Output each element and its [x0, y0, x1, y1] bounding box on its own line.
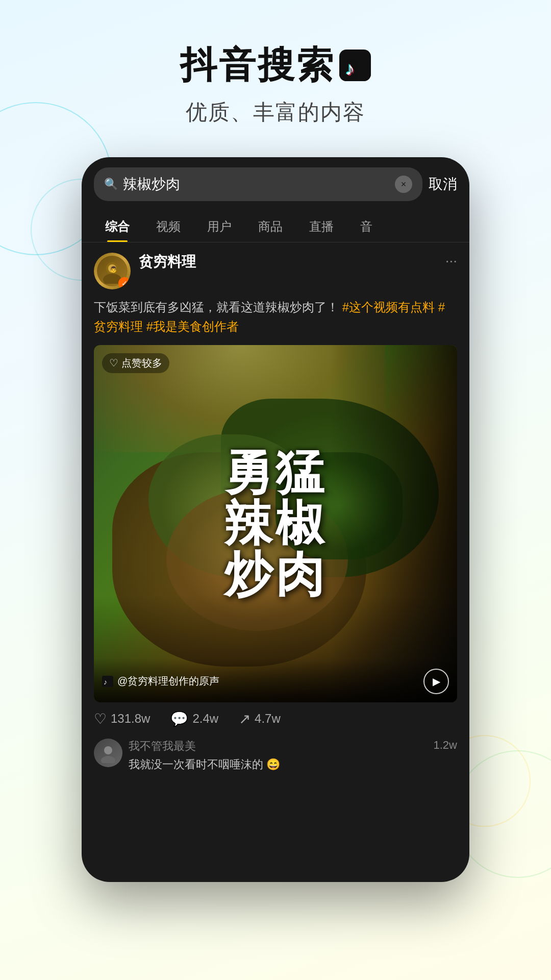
share-icon: ↗: [239, 710, 251, 727]
more-options-icon[interactable]: ···: [445, 253, 457, 269]
app-subtitle: 优质、丰富的内容: [0, 98, 551, 127]
play-icon: ▶: [433, 675, 440, 688]
engagement-stats: ♡ 131.8w 💬 2.4w ↗ 4.7w: [94, 702, 457, 733]
svg-text:👨: 👨: [110, 265, 117, 273]
result-user-card: 👨 ✓ 贫穷料理 ···: [94, 253, 457, 289]
comments-count: 2.4w: [192, 712, 218, 726]
video-title-overlay: 勇猛辣椒炒肉: [94, 345, 457, 702]
clear-icon-symbol: ×: [401, 179, 407, 190]
video-title-cn: 勇猛辣椒炒肉: [224, 447, 327, 600]
app-title: 抖音搜索 ♪ ♪ ♪: [0, 41, 551, 90]
phone-mockup: 🔍 辣椒炒肉 × 取消 综合 视频 用户 商品 直播: [0, 157, 551, 882]
search-results: 👨 ✓ 贫穷料理 ··· 下饭菜到底有多凶猛，就看这道辣椒炒肉了！ #这个视频有…: [82, 242, 469, 773]
shares-stat: ↗ 4.7w: [239, 710, 281, 727]
tab-视频[interactable]: 视频: [143, 211, 194, 242]
likes-stat: ♡ 131.8w: [94, 710, 150, 727]
comment-preview: 我不管我最美 我就没一次看时不咽唾沫的 😄 1.2w: [94, 733, 457, 773]
audio-info: ♪ @贫穷料理创作的原声: [102, 674, 219, 688]
user-info: 贫穷料理: [139, 253, 196, 271]
user-avatar: 👨 ✓: [94, 253, 131, 289]
svg-text:♪: ♪: [345, 58, 357, 79]
shares-count: 4.7w: [255, 712, 281, 726]
likes-count: 131.8w: [111, 712, 150, 726]
user-name: 贫穷料理: [139, 253, 196, 271]
tab-直播[interactable]: 直播: [296, 211, 347, 242]
clear-search-button[interactable]: ×: [395, 176, 412, 193]
search-icon: 🔍: [104, 178, 118, 191]
search-bar: 🔍 辣椒炒肉 × 取消: [82, 157, 469, 211]
comment-count: 1.2w: [434, 739, 457, 752]
svg-point-11: [101, 756, 115, 763]
play-button[interactable]: ▶: [423, 669, 449, 694]
svg-point-10: [104, 746, 112, 754]
svg-text:♪: ♪: [104, 678, 107, 686]
comment-text: 我就没一次看时不咽唾沫的 😄: [129, 756, 428, 773]
comment-icon: 💬: [170, 710, 188, 727]
tab-综合[interactable]: 综合: [92, 211, 143, 242]
video-bottom-bar: ♪ @贫穷料理创作的原声 ▶: [94, 658, 457, 702]
post-text: 下饭菜到底有多凶猛，就看这道辣椒炒肉了！ #这个视频有点料 #贫穷料理 #我是美…: [94, 298, 457, 337]
header: 抖音搜索 ♪ ♪ ♪ 优质、丰富的内容: [0, 0, 551, 147]
title-text: 抖音搜索: [180, 41, 335, 90]
video-thumbnail[interactable]: ♡ 点赞较多 勇猛辣椒炒肉 ♪ @贫穷料理创作的原声: [94, 345, 457, 702]
commenter-name: 我不管我最美: [129, 739, 428, 754]
tab-商品[interactable]: 商品: [245, 211, 296, 242]
audio-text: @贫穷料理创作的原声: [117, 674, 219, 688]
search-tabs: 综合 视频 用户 商品 直播 音: [82, 211, 469, 242]
comments-stat: 💬 2.4w: [170, 710, 218, 727]
tab-音[interactable]: 音: [347, 211, 386, 242]
phone-screen: 🔍 辣椒炒肉 × 取消 综合 视频 用户 商品 直播: [82, 157, 469, 882]
heart-icon: ♡: [94, 710, 107, 727]
cancel-button[interactable]: 取消: [429, 175, 457, 194]
verified-icon: ✓: [118, 277, 131, 289]
tiktok-small-icon: ♪: [102, 676, 113, 687]
comment-content: 我不管我最美 我就没一次看时不咽唾沫的 😄: [129, 739, 428, 773]
commenter-avatar: [94, 739, 122, 767]
tiktok-logo-icon: ♪ ♪ ♪: [339, 50, 371, 81]
tab-用户[interactable]: 用户: [194, 211, 245, 242]
search-query: 辣椒炒肉: [123, 175, 390, 194]
search-input-area[interactable]: 🔍 辣椒炒肉 ×: [94, 167, 422, 201]
